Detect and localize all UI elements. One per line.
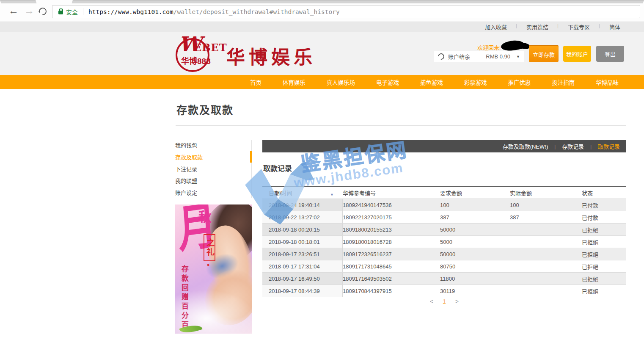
cell-status: 已拒絕 — [582, 273, 626, 285]
cell-actual-amount: 387 — [510, 211, 582, 223]
top-link[interactable]: 下载专区 — [568, 23, 590, 31]
header-date[interactable]: 日期/时间▼ — [262, 189, 343, 197]
top-link[interactable]: 实用连结 — [526, 23, 548, 31]
table-row: 2018-09-18 00:20:15 1809180020155213 500… — [262, 224, 626, 236]
cell-date: 2018-09-17 08:44:39 — [262, 285, 343, 297]
cell-actual-amount — [510, 260, 582, 272]
nav-item[interactable]: 彩票游戏 — [464, 78, 487, 86]
table-row: 2018-09-17 08:44:39 1809170844397915 301… — [262, 285, 626, 297]
table-row: 2018-09-18 00:18:01 1809180018016728 500… — [262, 236, 626, 248]
cell-requested-amount: 387 — [440, 211, 510, 223]
nav-item[interactable]: 投注指南 — [552, 78, 575, 86]
top-link[interactable]: 简体 — [609, 23, 620, 31]
nav-item[interactable]: 华博品味 — [596, 78, 619, 86]
cell-requested-amount: 100 — [440, 199, 510, 211]
sidebar-active-indicator — [250, 151, 252, 163]
deposit-now-button[interactable]: 立即存款 — [529, 45, 559, 62]
browser-chrome: ← → 安全 https://www.wbg1101.com/wallet/de… — [0, 0, 644, 22]
sidebar-item[interactable]: 存款及取款 — [175, 152, 249, 163]
address-bar[interactable]: 安全 https://www.wbg1101.com/wallet/deposi… — [52, 5, 640, 18]
table-body: 2018-09-24 19:40:14 1809241940147536 100… — [262, 199, 626, 297]
cell-actual-amount — [510, 236, 582, 248]
sidebar-item[interactable]: 我的钱包 — [175, 140, 249, 152]
table-row: 2018-09-17 16:49:50 1809171649503502 118… — [262, 273, 626, 285]
sidebar-item[interactable]: 账户设定 — [175, 187, 249, 199]
header-status[interactable]: 状态 — [582, 189, 626, 197]
cell-actual-amount — [510, 248, 582, 260]
secure-label: 安全 — [66, 8, 78, 16]
cell-status: 已拒絕 — [582, 236, 626, 248]
sidebar-divider — [251, 140, 252, 198]
sidebar-item[interactable]: 我的联盟 — [175, 175, 249, 187]
sort-desc-icon[interactable]: ▼ — [330, 193, 334, 197]
logo-brand-text: 华博娱乐 — [226, 42, 316, 69]
top-link[interactable]: 加入收藏 — [485, 23, 507, 31]
header-reference[interactable]: 华博参考编号 — [343, 189, 440, 197]
back-icon[interactable]: ← — [8, 5, 19, 16]
cell-reference: 1809180018016728 — [343, 236, 440, 248]
logo-ebet: EBET — [194, 41, 227, 54]
table-header-row: 日期/时间▼ 华博参考编号 要求金额 实际金额 状态 — [262, 186, 626, 199]
withdrawal-table: 日期/时间▼ 华博参考编号 要求金额 实际金额 状态 2018-09-24 19… — [262, 186, 626, 297]
cell-status: 已拒絕 — [582, 285, 626, 297]
table-row: 2018-09-24 19:40:14 1809241940147536 100… — [262, 199, 626, 211]
refresh-icon[interactable] — [37, 6, 48, 17]
welcome-text: 欢迎回来! — [477, 43, 501, 51]
logout-button[interactable]: 登出 — [596, 46, 624, 62]
cell-date: 2018-09-17 23:26:51 — [262, 248, 343, 260]
url-separator — [83, 8, 83, 15]
cell-reference: 1809180020155213 — [343, 224, 440, 235]
chevron-down-icon[interactable]: ▼ — [516, 55, 520, 59]
cell-requested-amount: 80750 — [440, 260, 510, 272]
my-account-button[interactable]: 我的账户 — [563, 46, 591, 62]
pagination-prev[interactable]: < — [430, 298, 433, 305]
wallet-tab-bar: 存款及取款(NEW!)存款记录取款记录 — [262, 140, 626, 152]
site-header: W EBET 华博888 华博娱乐 欢迎回来! 账户结余 RMB 0.90 ▼ … — [0, 32, 644, 75]
banner-seal-box: 之礼 — [204, 234, 215, 261]
balance-refresh-icon[interactable] — [437, 52, 446, 61]
username-redaction — [501, 40, 526, 51]
nav-item[interactable]: 体育娱乐 — [283, 78, 305, 86]
browser-tab-left[interactable] — [0, 0, 37, 3]
cell-reference: 1809241940147536 — [343, 199, 440, 211]
cell-date: 2018-09-17 16:49:50 — [262, 273, 343, 285]
url-path: /wallet/deposit_withdrawal#withdrawal_hi… — [173, 8, 340, 15]
cell-actual-amount — [510, 285, 582, 297]
cell-requested-amount: 11800 — [440, 273, 510, 285]
pagination-page-1[interactable]: 1 — [443, 298, 446, 305]
nav-item[interactable]: 推广优惠 — [508, 78, 531, 86]
nav-item[interactable]: 电子游戏 — [376, 78, 399, 86]
pagination: < 1 > — [262, 298, 626, 305]
table-row: 2018-09-22 13:27:02 1809221327020175 387… — [262, 211, 626, 224]
nav-item[interactable]: 真人娱乐场 — [327, 78, 355, 86]
wallet-tab[interactable]: 存款及取款(NEW!) — [503, 142, 548, 150]
nav-item[interactable]: 首页 — [250, 78, 261, 86]
url-domain: https://www.wbg1101.com — [88, 8, 173, 15]
site-logo[interactable]: W EBET 华博888 华博娱乐 — [176, 36, 345, 74]
cell-status: 已付款 — [582, 211, 626, 223]
header-requested-amount[interactable]: 要求金额 — [440, 189, 510, 197]
cell-status: 已付款 — [582, 199, 626, 211]
lock-icon — [58, 11, 63, 14]
sidebar-item[interactable]: 下注记录 — [175, 163, 249, 175]
cell-status: 已拒絕 — [582, 260, 626, 272]
pagination-next[interactable]: > — [455, 298, 459, 305]
header-date-label: 日期/时间 — [269, 190, 292, 196]
browser-tab-strip[interactable] — [72, 0, 644, 3]
forward-icon[interactable]: → — [24, 5, 34, 16]
promo-banner[interactable]: 月 秋 之礼 ◆ 存款回赠百分百 — [175, 204, 252, 334]
cell-reference: 1809172326516237 — [343, 248, 440, 260]
header-actual-amount[interactable]: 实际金额 — [510, 189, 582, 197]
banner-slogan: 存款回赠百分百 — [179, 265, 190, 330]
cell-reference: 1809171731048645 — [343, 260, 440, 272]
main-nav: 首页体育娱乐真人娱乐场电子游戏捕鱼游戏彩票游戏推广优惠投注指南华博品味 — [0, 75, 644, 89]
cell-status: 已拒絕 — [582, 248, 626, 260]
wallet-tab[interactable]: 取款记录 — [590, 142, 620, 150]
cell-status: 已拒絕 — [582, 224, 626, 235]
balance-dropdown[interactable]: 账户结余 RMB 0.90 ▼ — [434, 51, 524, 62]
cell-actual-amount — [510, 273, 582, 285]
nav-item[interactable]: 捕鱼游戏 — [420, 78, 443, 86]
cell-requested-amount: 50000 — [440, 248, 510, 260]
cell-reference: 1809170844397915 — [343, 285, 440, 297]
wallet-tab[interactable]: 存款记录 — [554, 142, 584, 150]
